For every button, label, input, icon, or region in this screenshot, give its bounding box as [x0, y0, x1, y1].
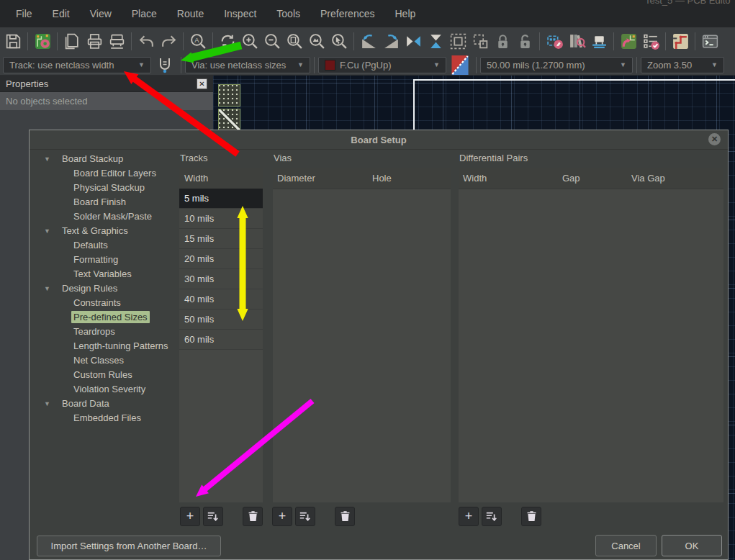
zoom-dropdown[interactable]: Zoom 3.50 ▼	[641, 57, 724, 73]
grid-dots-diagonal-icon[interactable]	[218, 109, 240, 131]
tree-item-board-finish[interactable]: Board Finish	[35, 195, 176, 209]
diff-pairs-delete-button[interactable]	[521, 507, 541, 526]
track-width-row[interactable]: 15 mils	[179, 229, 263, 249]
tree-item-formatting[interactable]: Formatting	[35, 253, 176, 267]
update-pcb-icon[interactable]	[618, 30, 639, 52]
edit-footprint-icon[interactable]	[544, 30, 565, 52]
tree-item-custom-rules[interactable]: Custom Rules	[35, 368, 176, 382]
grid-dropdown[interactable]: 50.00 mils (1.2700 mm) ▼	[480, 57, 633, 73]
chevron-expand-icon[interactable]: ▼	[44, 397, 50, 411]
zoom-out-icon[interactable]	[261, 30, 283, 52]
tree-item-board-editor-layers[interactable]: Board Editor Layers	[35, 166, 176, 181]
redo-icon[interactable]	[158, 30, 179, 52]
layer-dropdown[interactable]: F.Cu (PgUp) ▼	[318, 57, 446, 73]
chevron-expand-icon[interactable]: ▼	[44, 281, 50, 296]
via-size-dropdown[interactable]: Via: use netclass sizes ▼	[185, 57, 310, 73]
group-icon[interactable]	[447, 30, 469, 52]
tree-item-pre-defined-sizes[interactable]: Pre-defined Sizes	[35, 310, 176, 325]
tree-item-text-variables[interactable]: Text Variables	[35, 267, 176, 281]
print-icon[interactable]	[84, 30, 105, 52]
tree-item-embedded-files[interactable]: Embedded Files	[35, 411, 176, 425]
menu-place[interactable]: Place	[122, 5, 167, 22]
ok-button[interactable]: OK	[662, 535, 722, 556]
vias-append-list-button[interactable]	[295, 507, 315, 526]
menu-help[interactable]: Help	[384, 5, 425, 22]
refresh-icon[interactable]	[217, 30, 238, 52]
diff-pairs-add-button[interactable]: +	[459, 507, 479, 526]
cancel-button[interactable]: Cancel	[595, 535, 657, 556]
track-width-row[interactable]: 20 mils	[179, 249, 263, 269]
tree-item-constraints[interactable]: Constraints	[35, 296, 176, 310]
unlock-icon[interactable]	[514, 30, 536, 52]
zoom-fit-objects-icon[interactable]	[306, 30, 328, 52]
dialog-close-icon[interactable]: ✕	[708, 133, 721, 145]
track-width-row[interactable]: 40 mils	[179, 289, 263, 310]
flip-horizontal-icon[interactable]	[402, 30, 424, 52]
vias-add-button[interactable]: +	[272, 507, 292, 526]
vias-delete-button[interactable]	[335, 507, 355, 526]
lock-icon[interactable]	[492, 30, 513, 52]
column-header-via-gap[interactable]: Via Gap	[631, 173, 665, 184]
menu-inspect[interactable]: Inspect	[214, 5, 266, 22]
tracks-delete-button[interactable]	[243, 507, 263, 526]
tree-item-board-data[interactable]: ▼Board Data	[35, 397, 176, 411]
track-width-row[interactable]: 10 mils	[179, 209, 263, 229]
tree-item-solder-mask-paste[interactable]: Solder Mask/Paste	[35, 209, 176, 224]
menu-route[interactable]: Route	[167, 5, 214, 22]
column-header-dp-width[interactable]: Width	[463, 173, 487, 184]
chevron-expand-icon[interactable]: ▼	[44, 224, 50, 238]
zoom-to-selection-icon[interactable]	[328, 30, 350, 52]
column-header-gap[interactable]: Gap	[562, 173, 580, 184]
tracks-add-button[interactable]: +	[180, 507, 200, 526]
toolbar-separator	[476, 57, 477, 73]
close-icon[interactable]: ✕	[197, 78, 207, 89]
undo-icon[interactable]	[135, 30, 157, 52]
board-setup-icon[interactable]	[32, 30, 53, 52]
flip-vertical-icon[interactable]	[425, 30, 446, 52]
track-width-dropdown[interactable]: Track: use netclass width ▼	[3, 57, 151, 73]
zoom-auto-icon[interactable]: A	[187, 30, 209, 52]
tree-item-design-rules[interactable]: ▼Design Rules	[35, 281, 176, 296]
track-width-row[interactable]: 50 mils	[179, 310, 263, 330]
ungroup-icon[interactable]	[469, 30, 491, 52]
save-icon[interactable]	[2, 30, 24, 52]
tree-item-violation-severity[interactable]: Violation Severity	[35, 382, 176, 397]
tree-item-teardrops[interactable]: Teardrops	[35, 325, 176, 339]
dialog-title-bar[interactable]: Board Setup ✕	[30, 130, 728, 150]
plot-icon[interactable]	[106, 30, 127, 52]
diff-pairs-append-list-button[interactable]	[482, 507, 502, 526]
rotate-cw-icon[interactable]	[380, 30, 402, 52]
drc-check-icon[interactable]	[640, 30, 662, 52]
auto-track-width-icon[interactable]	[153, 55, 177, 75]
tree-item-defaults[interactable]: Defaults	[35, 238, 176, 253]
track-width-row[interactable]: 60 mils	[179, 330, 263, 350]
tree-item-board-stackup[interactable]: ▼Board Stackup	[35, 152, 176, 166]
track-width-row[interactable]: 30 mils	[179, 269, 263, 289]
tree-item-net-classes[interactable]: Net Classes	[35, 353, 176, 368]
tracks-append-list-button[interactable]	[203, 507, 223, 526]
tree-item-text-graphics[interactable]: ▼Text & Graphics	[35, 224, 176, 238]
tree-item-physical-stackup[interactable]: Physical Stackup	[35, 181, 176, 195]
menu-edit[interactable]: Edit	[42, 5, 80, 22]
browse-libraries-icon[interactable]	[566, 30, 587, 52]
import-settings-button[interactable]: Import Settings from Another Board…	[37, 536, 221, 556]
rotate-ccw-icon[interactable]	[358, 30, 379, 52]
menu-view[interactable]: View	[80, 5, 122, 22]
zoom-in-icon[interactable]	[239, 30, 261, 52]
chevron-expand-icon[interactable]: ▼	[44, 152, 50, 166]
footprint-properties-icon[interactable]	[588, 30, 610, 52]
net-inspector-icon[interactable]	[669, 30, 691, 52]
scripting-console-icon[interactable]	[699, 30, 721, 52]
column-header-diameter[interactable]: Diameter	[277, 173, 315, 184]
tree-item-length-tuning-patterns[interactable]: Length-tuning Patterns	[35, 339, 176, 353]
menu-file[interactable]: File	[6, 5, 42, 22]
menu-tools[interactable]: Tools	[266, 5, 310, 22]
layer-pair-icon[interactable]	[448, 55, 472, 75]
track-width-row[interactable]: 5 mils	[179, 189, 263, 209]
column-header-width[interactable]: Width	[184, 173, 208, 184]
zoom-fit-page-icon[interactable]	[284, 30, 305, 52]
column-header-hole[interactable]: Hole	[372, 173, 392, 184]
menu-preferences[interactable]: Preferences	[310, 5, 384, 22]
page-settings-icon[interactable]	[61, 30, 83, 52]
grid-dots-icon[interactable]	[218, 84, 240, 107]
